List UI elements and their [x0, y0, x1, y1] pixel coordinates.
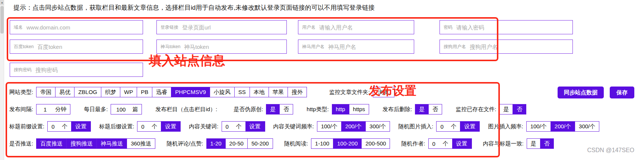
domain-field[interactable]: 域名 — [10, 20, 143, 34]
title-prefix-set-button[interactable]: 设置 — [71, 121, 91, 132]
title-match-yes[interactable]: 是 — [527, 139, 540, 148]
site-type-xunrui[interactable]: 迅睿 — [152, 87, 171, 97]
shenma-username-input[interactable] — [328, 44, 410, 50]
delete-after-yes[interactable]: 是 — [415, 104, 429, 114]
save-button[interactable]: 保存 — [610, 87, 634, 98]
shenma-token-field[interactable]: 神马token — [156, 40, 287, 54]
sync-site-data-button[interactable]: 同步站点数据 — [558, 87, 604, 98]
image-freq-100[interactable]: 100/个 — [527, 122, 551, 131]
site-type-ss[interactable]: SS — [235, 87, 250, 97]
site-type-bendi[interactable]: 本地 — [250, 87, 269, 97]
password-field[interactable]: 密码 — [440, 20, 573, 34]
random-read-200-500[interactable]: 200-500 — [362, 139, 390, 148]
image-freq-300[interactable]: 300/个 — [575, 122, 599, 131]
content-keywords-label: 内容关键词: — [189, 123, 218, 130]
http-option[interactable]: http — [332, 104, 349, 114]
content-keywords-set-button[interactable]: 设置 — [245, 121, 265, 132]
random-comment-1-20[interactable]: 1-20 — [207, 139, 226, 148]
title-suffix-set-button[interactable]: 设置 — [161, 121, 180, 132]
csdn-watermark: CSDN @147SEO — [587, 147, 634, 154]
push-selector: 百度推送 搜狗推送 神马推送 360推送 — [36, 138, 155, 149]
site-type-diguo[interactable]: 帝国 — [37, 87, 55, 97]
random-read-1-100[interactable]: 1-100 — [311, 139, 333, 148]
daily-max-input[interactable]: 100 篇 — [111, 104, 142, 114]
title-match-no[interactable]: 否 — [540, 139, 553, 148]
app-window: ▲ 提示：点击同步站点数据，获取栏目和最新文章信息，选择栏目id用于自动发布,未… — [0, 0, 644, 160]
title-prefix-control: 0 个 设置 — [47, 121, 91, 132]
domain-input[interactable] — [26, 24, 139, 31]
pseudo-original-no[interactable]: 否 — [280, 104, 293, 114]
baidu-token-field[interactable]: 百度token — [10, 40, 143, 54]
baidu-token-input[interactable] — [37, 44, 139, 50]
sogou-password-label: 搜狗密码 — [14, 67, 32, 73]
keyword-freq-group: 内容关键词频率: 100/个 200/个 300/个 — [273, 121, 390, 132]
keyword-freq-200[interactable]: 200/个 — [342, 122, 366, 131]
shenma-username-field[interactable]: 神马用户名 — [298, 40, 414, 54]
publish-options-row: 发布间隔: 1 分钟 每日最多: 100 篇 发布栏目（点击栏目id）: 是否伪… — [9, 104, 500, 115]
random-author-value[interactable]: 0 — [429, 141, 441, 147]
interval-value[interactable]: 1 — [37, 106, 54, 113]
shenma-username-label: 神马用户名 — [302, 44, 324, 50]
site-type-pingguo[interactable]: 苹果 — [269, 87, 288, 97]
image-freq-200[interactable]: 200/个 — [551, 122, 575, 131]
monitor-existing-yes[interactable]: 是 — [499, 104, 513, 114]
random-read-100-200[interactable]: 100-200 — [333, 139, 362, 148]
keyword-freq-100[interactable]: 100/个 — [317, 122, 342, 131]
scrollbar-thumb[interactable] — [0, 6, 4, 34]
site-type-phpcmsv9[interactable]: PHPCMSV9 — [171, 87, 210, 97]
keyword-freq-300[interactable]: 300/个 — [366, 122, 390, 131]
site-type-yiyou[interactable]: 易优 — [55, 87, 74, 97]
delete-after-no[interactable]: 否 — [429, 104, 442, 114]
login-link-field[interactable]: 登录链接 — [156, 20, 287, 34]
sogou-username-input[interactable] — [470, 44, 569, 50]
publish-column-label[interactable]: 发布栏目（点击栏目id）: — [155, 106, 217, 113]
monitor-existing-group: 监控已存在文件: 是 否 — [456, 104, 526, 114]
site-type-zhimeng[interactable]: 织梦 — [101, 87, 120, 97]
sogou-password-field[interactable]: 搜狗密码 — [10, 63, 143, 77]
sogou-password-input[interactable] — [35, 67, 139, 73]
pseudo-original-yes[interactable]: 是 — [266, 104, 280, 114]
username-input[interactable] — [319, 24, 410, 31]
username-field[interactable]: 用户名 — [298, 20, 414, 34]
push-shenma[interactable]: 神马推送 — [97, 139, 127, 148]
login-link-input[interactable] — [182, 24, 283, 31]
site-info-annotation: 填入站点信息 — [149, 52, 225, 69]
random-read-selector: 1-100 100-200 200-500 — [311, 138, 390, 149]
sogou-username-field[interactable]: 搜狗用户名 — [440, 40, 573, 54]
tip-text: 提示：点击同步站点数据，获取栏目和最新文章信息，选择栏目id用于自动发布,未修改… — [13, 3, 375, 12]
keyword-freq-label: 内容关键词频率: — [273, 123, 314, 130]
site-type-xiaoxuanfeng[interactable]: 小旋风 — [210, 87, 235, 97]
push-sogou[interactable]: 搜狗推送 — [67, 139, 97, 148]
push-label: 是否推送: — [9, 140, 33, 147]
random-author-unit: 个 — [441, 140, 452, 147]
http-type-label: http类型: — [307, 106, 329, 113]
site-type-zblog[interactable]: ZBLOG — [74, 87, 101, 97]
daily-max-value[interactable]: 100 — [111, 106, 131, 113]
scroll-up-icon[interactable]: ▲ — [0, 0, 4, 5]
http-type-group: http类型: http https — [307, 104, 369, 114]
password-input[interactable] — [456, 24, 569, 31]
content-keywords-value[interactable]: 0 — [222, 123, 235, 130]
random-image-set-button[interactable]: 设置 — [460, 121, 479, 132]
push-360[interactable]: 360推送 — [127, 139, 155, 148]
random-comment-20-50[interactable]: 20-50 — [226, 139, 248, 148]
content-options-row: 标题前缀设置: 0 个 设置 标题后缀设置: 0 个 设置 内容关键词: 0 — [9, 121, 500, 132]
title-prefix-value[interactable]: 0 — [48, 123, 60, 130]
site-type-pb[interactable]: PB — [137, 87, 152, 97]
push-options-row: 是否推送: 百度推送 搜狗推送 神马推送 360推送 随机评论/点赞: 1-20… — [9, 138, 500, 149]
shenma-token-input[interactable] — [184, 44, 283, 50]
title-match-toggle: 是 否 — [527, 138, 554, 149]
random-image-value[interactable]: 0 — [437, 123, 449, 130]
title-suffix-value[interactable]: 0 — [137, 123, 150, 130]
interval-input[interactable]: 1 分钟 — [36, 104, 70, 114]
https-option[interactable]: https — [349, 104, 369, 114]
site-type-wp[interactable]: WP — [120, 87, 137, 97]
random-comment-50-200[interactable]: 50-200 — [248, 139, 273, 148]
monitor-folder-label: 监控文章文件夹: — [329, 89, 370, 96]
left-scrollbar[interactable]: ▲ — [0, 0, 4, 160]
monitor-existing-toggle: 是 否 — [499, 104, 526, 114]
push-baidu[interactable]: 百度推送 — [37, 139, 67, 148]
random-author-set-button[interactable]: 设置 — [452, 138, 472, 149]
monitor-existing-no[interactable]: 否 — [513, 104, 526, 114]
site-type-souwai[interactable]: 搜外 — [288, 87, 307, 97]
